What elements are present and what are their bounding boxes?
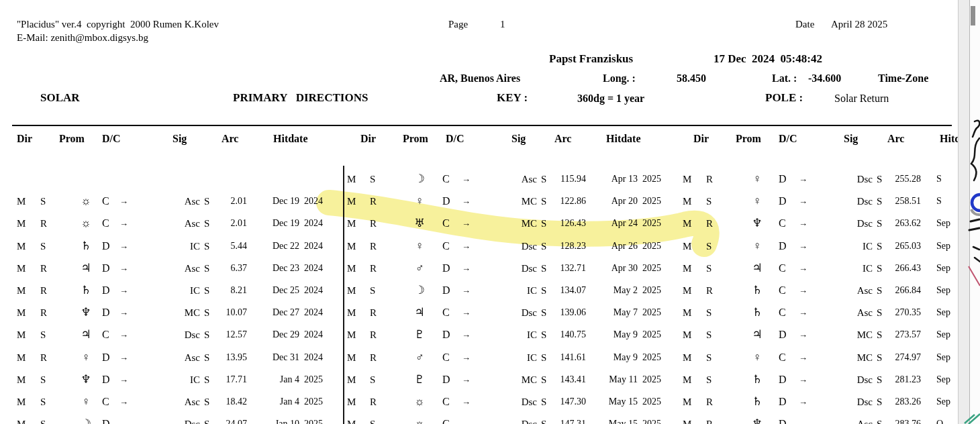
arc-cell: 147.31 xyxy=(544,417,586,424)
hitdate-cell: Sep xyxy=(936,327,950,342)
dir-cell: S xyxy=(706,305,712,320)
hitdate-cell: May 15 2025 xyxy=(581,417,661,424)
dir-cell: M xyxy=(683,327,691,342)
sig-cell: Dsc xyxy=(830,372,873,387)
dc-cell: D xyxy=(102,350,110,365)
arrow-icon: → xyxy=(799,261,807,276)
arc-cell: 258.51 xyxy=(879,194,921,209)
dir-cell: R xyxy=(370,394,377,409)
sig-cell: IC xyxy=(494,283,537,298)
column-header-sig: Sig xyxy=(511,131,526,146)
hitdate-cell: S xyxy=(936,172,942,187)
venus-glyph: ♀ xyxy=(411,239,428,254)
dir-cell: M xyxy=(17,372,26,387)
dc-cell: D xyxy=(102,305,110,320)
dir-cell: M xyxy=(347,216,356,231)
venus-glyph: ♀ xyxy=(749,239,765,254)
column-header-arc: Arc xyxy=(887,131,904,146)
dir-cell: M xyxy=(347,261,356,276)
dir-cell: R xyxy=(370,350,377,365)
arrow-icon: → xyxy=(462,327,471,342)
arc-cell: 12.57 xyxy=(205,327,247,342)
header-rule xyxy=(12,125,952,126)
arc-cell: 266.84 xyxy=(879,283,921,298)
sig-cell: MC xyxy=(494,216,537,231)
arrow-icon: → xyxy=(462,216,471,231)
sig-cell: Asc xyxy=(157,394,200,409)
sig-cell: Asc xyxy=(830,283,873,298)
jupiter-glyph: ♃ xyxy=(749,327,765,342)
dc-cell: D xyxy=(779,194,787,209)
dir-cell: M xyxy=(683,350,691,365)
dir-cell: S xyxy=(40,327,46,342)
arc-cell: 128.23 xyxy=(544,239,586,254)
sig-cell: IC xyxy=(157,372,200,387)
column-header-sig: Sig xyxy=(844,131,858,146)
dir-cell: S xyxy=(370,372,375,387)
arrow-icon: → xyxy=(799,305,807,320)
dir-cell: R xyxy=(370,305,377,320)
sig-cell: IC xyxy=(494,327,537,342)
sig-cell: Asc xyxy=(830,305,873,320)
mars-glyph: ♂ xyxy=(411,261,428,276)
arrow-icon: → xyxy=(119,216,128,231)
hitdate-cell: Dec 31 2024 xyxy=(242,350,323,365)
arrow-icon: → xyxy=(462,194,471,209)
dir-cell: R xyxy=(370,261,377,276)
dc-cell: C xyxy=(442,417,450,424)
arc-cell: 141.61 xyxy=(544,350,586,365)
arrow-icon: → xyxy=(119,305,128,320)
jupiter-glyph: ♃ xyxy=(749,261,765,276)
dir-cell: M xyxy=(683,216,691,231)
dir-cell: M xyxy=(347,327,356,342)
dir-cell: M xyxy=(17,327,26,342)
sig-cell: Asc xyxy=(157,194,200,209)
arrow-icon: → xyxy=(119,239,128,254)
sig-cell: MC xyxy=(157,305,200,320)
sig-cell: Dsc xyxy=(494,394,537,409)
dir-cell: M xyxy=(683,305,691,320)
dc-cell: D xyxy=(102,239,110,254)
arc-cell: 115.94 xyxy=(544,172,586,187)
dir-cell: M xyxy=(17,305,26,320)
dc-cell: D xyxy=(442,194,450,209)
column-header-sig: Sig xyxy=(173,131,187,146)
dc-cell: C xyxy=(442,239,450,254)
dir-cell: M xyxy=(683,239,691,254)
sig-cell: MC xyxy=(830,350,873,365)
dir-cell: M xyxy=(683,261,691,276)
moon-glyph: ☽ xyxy=(411,283,428,298)
sig-cell: Dsc xyxy=(830,172,873,187)
arc-cell: 24.07 xyxy=(205,417,247,424)
pole-label: POLE : xyxy=(765,91,803,105)
arc-cell: 18.42 xyxy=(205,394,247,409)
hitdate-cell: May 2 2025 xyxy=(581,283,661,298)
column-divider-line xyxy=(343,166,344,424)
arc-cell: 147.30 xyxy=(544,394,586,409)
dir-cell: R xyxy=(370,194,377,209)
dir-cell: M xyxy=(347,172,356,187)
hitdate-cell: Apr 30 2025 xyxy=(581,261,661,276)
neptune-glyph: ♆ xyxy=(749,216,765,231)
hitdate-cell: O xyxy=(936,417,943,424)
hitdate-cell: Dec 23 2024 xyxy=(242,261,323,276)
dir-cell: M xyxy=(347,372,356,387)
arrow-icon: → xyxy=(462,261,471,276)
column-header-dir: Dir xyxy=(360,131,376,146)
dir-cell: R xyxy=(40,261,47,276)
dir-cell: M xyxy=(17,261,26,276)
scrollbar-track[interactable] xyxy=(958,0,970,424)
scrollbar-thumb[interactable] xyxy=(971,6,975,25)
dir-cell: R xyxy=(706,216,713,231)
dc-cell: C xyxy=(102,216,109,231)
dc-cell: C xyxy=(102,394,109,409)
hitdate-cell: Jan 4 2025 xyxy=(242,394,323,409)
dir-cell: M xyxy=(347,417,356,424)
dc-cell: D xyxy=(779,239,787,254)
mars-glyph: ♂ xyxy=(411,350,428,365)
sun-glyph: ☼ xyxy=(78,194,94,209)
arrow-icon: → xyxy=(119,194,128,209)
column-header-dc: D/C xyxy=(446,131,464,146)
sig-cell: Dsc xyxy=(494,417,537,424)
pluto-glyph: ♇ xyxy=(411,372,428,387)
